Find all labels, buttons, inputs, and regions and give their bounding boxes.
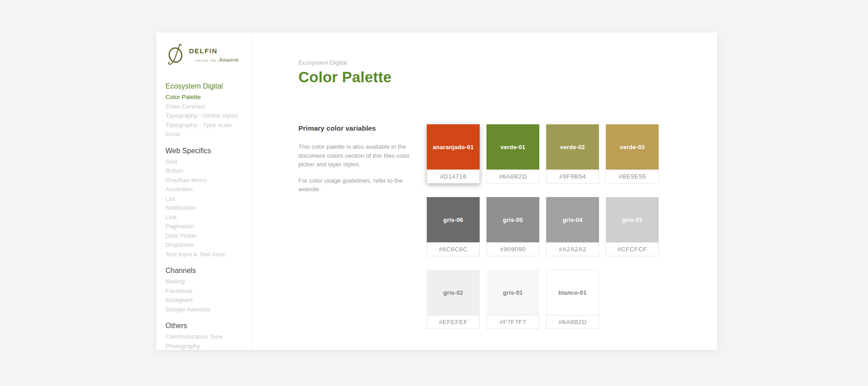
style-guide-card: DELFIN CRUISE THE Amazon Ecosystem Digit…: [156, 33, 717, 350]
sidebar-item-color-contrast[interactable]: Color Contrast: [165, 102, 245, 112]
sidebar-section-channels: ChannelsMailingFacebookInstagramGoogle A…: [165, 266, 245, 314]
swatch-color-block: anaranjado-01: [427, 124, 480, 169]
swatch-hex-value: #909090: [486, 242, 539, 256]
sidebar-item-instagram[interactable]: Instagram: [165, 296, 245, 305]
swatch-hex-value: #CFCFCF: [606, 242, 659, 256]
swatch-hex-value: #A2A2A2: [546, 242, 599, 256]
swatch-variable-name: blanco-01: [558, 289, 586, 296]
sidebar-item-accordion[interactable]: Accordion: [165, 185, 245, 194]
sidebar-section-title: Others: [165, 321, 245, 330]
color-swatch-verde-03: verde-03#BE9E55: [606, 124, 659, 184]
sidebar-item-facebook[interactable]: Facebook: [165, 287, 245, 296]
swatch-color-block: gris-01: [486, 270, 539, 315]
swatch-color-block: verde-01: [486, 124, 539, 169]
sidebar-item-color-palette[interactable]: Color Palette: [165, 93, 245, 102]
content-row: Primary color variables This color palet…: [298, 124, 717, 329]
swatch-hex-value: #BE9E55: [606, 169, 659, 184]
sidebar-item-text-input-text-area[interactable]: Text Input & Text Area: [165, 250, 245, 259]
sidebar-section-title: Web Specifics: [165, 146, 245, 155]
swatch-variable-name: gris-01: [503, 289, 523, 296]
swatch-color-block: blanco-01: [546, 270, 599, 315]
sidebar-item-notification[interactable]: Notification: [165, 203, 245, 213]
logo-wordmark: DELFIN: [189, 47, 238, 55]
swatch-grid: anaranjado-01#D14716verde-01#6A8B2Dverde…: [427, 124, 659, 329]
swatch-color-block: gris-04: [546, 197, 599, 242]
sidebar-section-title: Channels: [165, 266, 245, 275]
color-swatch-verde-02: verde-02#9F9B54: [546, 124, 599, 184]
delfin-monogram-icon: [165, 42, 187, 66]
color-swatch-blanco-01: blanco-01#6A8B2D: [546, 270, 599, 329]
sidebar-item-pagination[interactable]: Pagination: [165, 222, 245, 231]
swatch-color-block: gris-02: [427, 270, 480, 315]
swatch-hex-value: #D14716: [427, 169, 480, 184]
sidebar-section-title: Ecosystem Digital: [165, 81, 245, 91]
swatch-hex-value: #EFEFEF: [427, 315, 480, 329]
sidebar-section-ecosystem-digital: Ecosystem DigitalColor PaletteColor Cont…: [165, 81, 245, 139]
swatch-variable-name: gris-02: [443, 289, 463, 296]
section-heading: Primary color variables: [298, 124, 413, 132]
sidebar-item-photography[interactable]: Photography: [165, 342, 245, 351]
color-swatch-gris-06: gris-06#6C6C6C: [427, 197, 480, 256]
swatch-hex-value: #F7F7F7: [486, 315, 539, 329]
swatch-variable-name: verde-01: [500, 144, 525, 151]
swatch-color-block: verde-03: [606, 124, 659, 169]
logo-tagline-script: Amazon: [218, 57, 238, 63]
swatch-color-block: gris-03: [606, 197, 659, 242]
sidebar-item-google-adwords[interactable]: Google Adwords: [165, 305, 245, 315]
swatch-variable-name: anaranjado-01: [433, 144, 474, 151]
swatch-color-block: gris-05: [486, 197, 539, 242]
main-content: Ecosystem Digital Color Palette Primary …: [251, 33, 717, 350]
sidebar-item-overflow-menu[interactable]: Overflow Menu: [165, 176, 245, 185]
logo-tagline: CRUISE THE Amazon: [189, 55, 238, 63]
color-swatch-anaranjado-01: anaranjado-01#D14716: [427, 124, 480, 184]
swatch-variable-name: gris-05: [503, 217, 523, 223]
sidebar-item-date-picker[interactable]: Date Picker: [165, 231, 245, 241]
sidebar-nav: Ecosystem DigitalColor PaletteColor Cont…: [165, 81, 245, 351]
sidebar-item-list[interactable]: List: [165, 194, 245, 204]
intro-paragraph-1: This color palette is also available in …: [298, 142, 413, 169]
sidebar-item-icons[interactable]: Icons: [165, 130, 245, 139]
page-title: Color Palette: [298, 68, 717, 86]
swatch-color-block: verde-02: [546, 124, 599, 169]
color-swatch-gris-02: gris-02#EFEFEF: [427, 270, 480, 329]
sidebar-item-link[interactable]: Link: [165, 213, 245, 222]
color-swatch-gris-03: gris-03#CFCFCF: [606, 197, 659, 256]
sidebar-item-grid[interactable]: Grid: [165, 157, 245, 167]
swatch-color-block: gris-06: [427, 197, 480, 242]
logo-tagline-prefix: CRUISE THE: [195, 59, 216, 62]
swatch-variable-name: verde-03: [620, 144, 645, 151]
sidebar-item-mailing[interactable]: Mailing: [165, 277, 245, 287]
swatch-variable-name: verde-02: [560, 144, 585, 151]
color-swatch-gris-05: gris-05#909090: [486, 197, 539, 256]
swatch-hex-value: #6A8B2D: [546, 315, 599, 329]
swatch-variable-name: gris-04: [562, 217, 582, 223]
sidebar-item-typography-type-scale[interactable]: Typography - Type scale: [165, 121, 245, 130]
swatch-hex-value: #9F9B54: [546, 169, 599, 184]
delfin-logo: DELFIN CRUISE THE Amazon: [165, 42, 245, 66]
color-swatch-verde-01: verde-01#6A8B2D: [486, 124, 539, 184]
sidebar: DELFIN CRUISE THE Amazon Ecosystem Digit…: [156, 33, 251, 350]
sidebar-section-others: OthersCommunication TonePhotography: [165, 321, 245, 351]
sidebar-item-communication-tone[interactable]: Communication Tone: [165, 332, 245, 342]
sidebar-item-button[interactable]: Button: [165, 166, 245, 176]
color-swatch-gris-04: gris-04#A2A2A2: [546, 197, 599, 256]
breadcrumb: Ecosystem Digital: [298, 59, 717, 67]
swatch-variable-name: gris-03: [622, 217, 642, 223]
swatch-hex-value: #6C6C6C: [427, 242, 480, 256]
sidebar-item-typography-global-styles[interactable]: Typography - Global styles: [165, 111, 245, 121]
swatch-hex-value: #6A8B2D: [486, 169, 539, 184]
swatch-variable-name: gris-06: [443, 217, 463, 223]
logo-text: DELFIN CRUISE THE Amazon: [189, 47, 238, 63]
sidebar-section-web-specifics: Web SpecificsGridButtonOverflow MenuAcco…: [165, 146, 245, 259]
intro-text-column: Primary color variables This color palet…: [298, 124, 413, 329]
sidebar-item-dropdown[interactable]: Dropdown: [165, 240, 245, 250]
intro-paragraph-2: For color usage guidelines, refer to the…: [298, 176, 413, 194]
color-swatch-gris-01: gris-01#F7F7F7: [486, 270, 539, 329]
